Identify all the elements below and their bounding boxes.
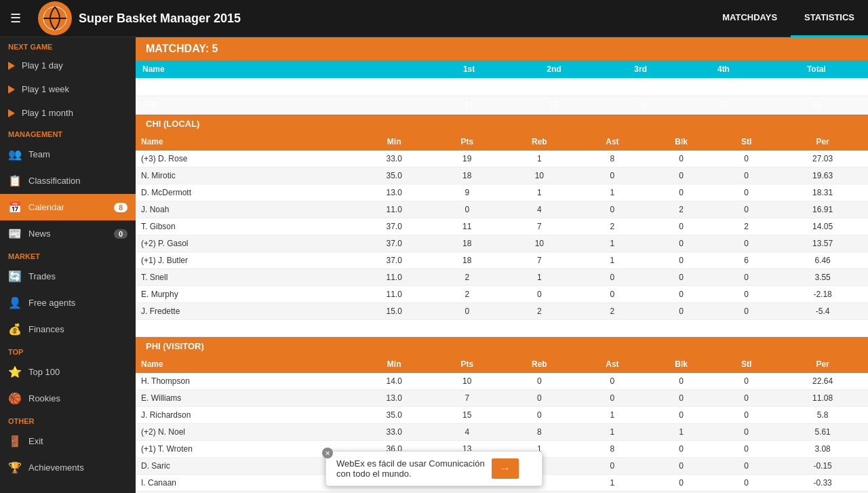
player-stl: 0 <box>715 235 777 252</box>
score-col-name: Name <box>136 60 429 78</box>
player-pts: 0 <box>433 201 501 218</box>
score-q3: 21 <box>599 78 682 96</box>
news-icon: 📰 <box>8 227 22 240</box>
sidebar-item-trades[interactable]: 🔄 Trades <box>0 263 136 290</box>
player-per: 16.91 <box>777 201 868 218</box>
chi-player-row: (+1) J. Butler 37.0 18 7 1 0 6 6.46 <box>136 252 868 269</box>
player-min: 15.0 <box>355 303 433 320</box>
player-name: (+3) D. Rose <box>136 151 355 167</box>
chi-player-row: J. Noah 11.0 0 4 0 2 0 16.91 <box>136 201 868 218</box>
tab-statistics[interactable]: STATISTICS <box>791 0 868 37</box>
player-name: N. Mirotic <box>136 167 355 184</box>
player-per: -5.4 <box>777 303 868 320</box>
player-blk: 0 <box>647 390 715 407</box>
player-blk: 0 <box>647 184 715 201</box>
player-reb: 0 <box>501 373 577 390</box>
player-per: 19.63 <box>777 167 868 184</box>
player-pts: 97 <box>433 320 501 337</box>
player-reb: 10 <box>501 167 577 184</box>
chi-col-per: Per <box>777 133 868 151</box>
sidebar-item-classification[interactable]: 📋 Classification <box>0 167 136 194</box>
phi-col-name: Name <box>136 355 355 373</box>
score-col-3rd: 3rd <box>599 60 682 78</box>
other-section: OTHER <box>0 412 136 428</box>
sidebar-item-free-agents[interactable]: 👤 Free agents <box>0 290 136 316</box>
phi-col-ast: Ast <box>578 355 648 373</box>
player-reb: 8 <box>501 424 577 441</box>
player-reb: 1 <box>501 184 577 201</box>
phi-header: PHI (VISITOR) <box>136 337 868 355</box>
play-1-week[interactable]: Play 1 week <box>0 77 136 101</box>
player-name: Total Team <box>136 320 355 337</box>
player-reb: 1 <box>501 151 577 167</box>
sidebar-item-calendar[interactable]: 📅 Calendar 8 <box>0 194 136 220</box>
player-blk: 0 <box>647 269 715 286</box>
score-team-name: PHI <box>136 96 429 115</box>
market-section: MARKET <box>0 247 136 263</box>
sidebar-item-rookies[interactable]: 🏀 Rookies <box>0 385 136 412</box>
top100-icon: ⭐ <box>8 366 22 378</box>
phi-col-pts: Pts <box>433 355 501 373</box>
chi-player-row: J. Fredette 15.0 0 2 2 0 0 -5.4 <box>136 303 868 320</box>
sidebar: NEXT GAME Play 1 day Play 1 week Play 1 … <box>0 37 136 493</box>
app-logo <box>38 1 72 35</box>
score-q2: 15 <box>509 96 599 115</box>
chi-player-row: E. Murphy 11.0 2 0 0 0 0 -2.18 <box>136 286 868 303</box>
play-1-day[interactable]: Play 1 day <box>0 54 136 77</box>
player-name: (+2) P. Gasol <box>136 235 355 252</box>
phi-col-min: Min <box>355 355 433 373</box>
chi-header: CHI (LOCAL) <box>136 115 868 133</box>
player-pts: 4 <box>433 424 501 441</box>
chi-col-stl: Stl <box>715 133 777 151</box>
chi-col-pts: Pts <box>433 133 501 151</box>
player-stl: 0 <box>715 373 777 390</box>
player-per: -0.33 <box>777 475 868 492</box>
sidebar-item-team[interactable]: 👥 Team <box>0 141 136 167</box>
player-min: 37.0 <box>355 252 433 269</box>
hamburger-icon[interactable]: ☰ <box>0 11 31 26</box>
player-reb: 0 <box>501 407 577 424</box>
player-blk: 0 <box>647 303 715 320</box>
player-name: (+2) N. Noel <box>136 424 355 441</box>
player-reb: 0 <box>501 390 577 407</box>
player-name: J. Richardson <box>136 407 355 424</box>
sidebar-item-achievements[interactable]: 🏆 Achievements <box>0 454 136 481</box>
player-blk: 2 <box>647 201 715 218</box>
player-blk: 0 <box>647 475 715 492</box>
notification-text: WebEx es fácil de usar Comunicacióncon t… <box>336 458 485 479</box>
sidebar-item-exit[interactable]: 🚪 Exit <box>0 428 136 454</box>
player-per: 13.57 <box>777 235 868 252</box>
play-1-month[interactable]: Play 1 month <box>0 101 136 125</box>
player-pts: 9 <box>433 184 501 201</box>
player-per: 5.61 <box>777 424 868 441</box>
score-col-2nd: 2nd <box>509 60 599 78</box>
player-min: 37.0 <box>355 235 433 252</box>
player-per: 22.64 <box>777 373 868 390</box>
player-ast: 0 <box>578 390 648 407</box>
sidebar-item-news[interactable]: 📰 News 0 <box>0 220 136 247</box>
exit-icon: 🚪 <box>8 435 22 448</box>
player-ast: 2 <box>578 218 648 235</box>
chi-col-ast: Ast <box>578 133 648 151</box>
score-col-total: Total <box>765 60 868 78</box>
tab-matchdays[interactable]: MATCHDAYS <box>709 0 791 37</box>
chi-player-row: T. Gibson 37.0 11 7 2 0 2 14.05 <box>136 218 868 235</box>
player-blk: 2 <box>647 320 715 337</box>
player-per: 3.55 <box>777 269 868 286</box>
player-blk: 0 <box>647 373 715 390</box>
score-team-name: CHI <box>136 78 429 96</box>
player-ast: 1 <box>578 475 648 492</box>
player-per: -2.18 <box>777 286 868 303</box>
phi-player-row: (+2) N. Noel 33.0 4 8 1 1 0 5.61 <box>136 424 868 441</box>
calendar-badge: 8 <box>114 203 127 212</box>
player-pts: 10 <box>433 373 501 390</box>
notification-arrow-button[interactable]: → <box>492 458 519 479</box>
chi-player-row: N. Mirotic 35.0 18 10 0 0 0 19.63 <box>136 167 868 184</box>
player-stl: 0 <box>715 167 777 184</box>
phi-player-row: J. Richardson 35.0 15 0 1 0 0 5.8 <box>136 407 868 424</box>
sidebar-item-top100[interactable]: ⭐ Top 100 <box>0 359 136 385</box>
notification-close-button[interactable]: ✕ <box>322 448 333 458</box>
player-per: 27.03 <box>777 151 868 167</box>
sidebar-item-finances[interactable]: 💰 Finances <box>0 316 136 342</box>
player-blk: 0 <box>647 407 715 424</box>
